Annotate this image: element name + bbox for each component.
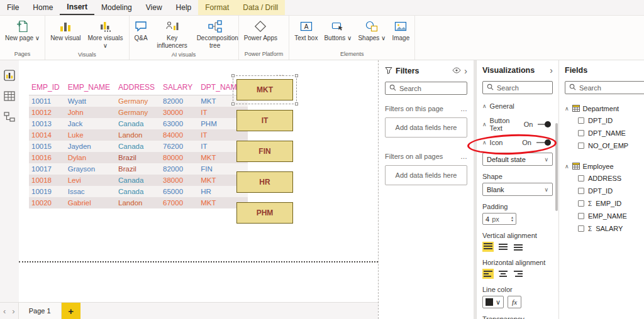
model-view-icon[interactable] — [3, 111, 16, 123]
ribbon-button-power-apps[interactable]: Power Apps — [242, 18, 279, 43]
filters-search[interactable] — [385, 82, 467, 95]
visualizations-search[interactable] — [482, 81, 553, 94]
field-checkbox[interactable] — [578, 130, 584, 136]
data-view-icon[interactable] — [3, 90, 16, 102]
collapse-visualizations-icon[interactable]: › — [550, 65, 553, 75]
menu-tab-help[interactable]: Help — [169, 0, 199, 15]
align-left-button[interactable] — [482, 269, 494, 279]
menu-tab-home[interactable]: Home — [26, 0, 60, 15]
general-section-row[interactable]: ∧ General — [482, 102, 553, 110]
canvas-button-fin[interactable]: FIN — [236, 141, 293, 162]
prev-page-icon[interactable]: ‹ — [0, 303, 9, 319]
menu-tab-file[interactable]: File — [0, 0, 26, 15]
ribbon-button-shapes[interactable]: Shapes ∨ — [356, 18, 387, 43]
selection-handle[interactable] — [231, 74, 235, 77]
conditional-formatting-button[interactable]: fx — [508, 296, 521, 308]
shape-dropdown[interactable]: Blank ∨ — [482, 183, 553, 196]
ribbon-button-key-influencers[interactable]: Key influencers — [152, 18, 192, 50]
report-canvas[interactable]: EMP_IDEMP_NAMEADDRESSSALARYDPT_NAME10011… — [19, 60, 378, 302]
menu-tab-insert[interactable]: Insert — [60, 0, 94, 15]
field-checkbox[interactable] — [578, 175, 584, 181]
collapse-filters-icon[interactable]: › — [464, 66, 467, 76]
fields-search[interactable] — [565, 81, 644, 94]
align-bottom-button[interactable] — [513, 242, 524, 252]
padding-stepper[interactable]: 4 px ▴▾ — [482, 213, 516, 225]
add-page-button[interactable]: + — [62, 303, 80, 319]
menu-tab-format[interactable]: Format — [198, 0, 236, 15]
field-checkbox[interactable] — [578, 188, 584, 194]
canvas-button-it[interactable]: IT — [236, 110, 293, 131]
more-options-icon[interactable]: … — [460, 153, 467, 160]
visualizations-search-input[interactable] — [497, 84, 548, 92]
field-item-salary[interactable]: ΣSALARY — [565, 222, 644, 235]
field-table-department[interactable]: ∧Department — [565, 103, 644, 114]
field-item-emp-name[interactable]: EMP_NAME — [565, 210, 644, 222]
table-cell: John — [65, 107, 116, 118]
ribbon-group-power-platform: Power AppsPower Platform — [239, 16, 290, 60]
canvas-button-mkt[interactable]: MKT — [236, 79, 293, 100]
field-item-dpt-id[interactable]: DPT_ID — [565, 114, 644, 127]
align-right-button[interactable] — [513, 269, 524, 279]
ribbon-button-image[interactable]: Image — [390, 18, 411, 43]
menu-tab-data-drill[interactable]: Data / Drill — [236, 0, 285, 15]
state-dropdown[interactable]: Default state ∨ — [482, 153, 553, 166]
field-item-address[interactable]: ADDRESS — [565, 172, 644, 185]
field-table-employee[interactable]: ∧Employee — [565, 161, 644, 172]
eye-icon[interactable] — [452, 67, 461, 75]
table-cell: 65000 — [160, 186, 198, 197]
next-page-icon[interactable]: › — [9, 303, 18, 319]
field-checkbox[interactable] — [578, 200, 584, 207]
ribbon-button-text-box[interactable]: AText box — [292, 18, 319, 43]
field-checkbox[interactable] — [578, 213, 584, 219]
ribbon-button-buttons[interactable]: Buttons ∨ — [322, 18, 353, 43]
field-item-no-of-emp[interactable]: NO_Of_EMP — [565, 139, 644, 152]
menu-tab-view[interactable]: View — [139, 0, 169, 15]
selection-handle[interactable] — [231, 102, 235, 105]
fields-search-input[interactable] — [579, 84, 644, 92]
align-center-button[interactable] — [497, 269, 509, 279]
button-text-toggle[interactable] — [538, 124, 550, 125]
icon-state: On — [522, 139, 531, 146]
filters-search-input[interactable] — [399, 85, 463, 92]
add-fields-dropzone[interactable]: Add data fields here — [385, 165, 467, 185]
add-fields-dropzone[interactable]: Add data fields here — [385, 117, 467, 138]
table-cell: Landon — [116, 129, 160, 141]
align-top-button[interactable] — [482, 242, 494, 252]
field-checkbox[interactable] — [578, 143, 584, 149]
ribbon-group-label: Power Platform — [242, 50, 286, 60]
table-visual[interactable]: EMP_IDEMP_NAMEADDRESSSALARYDPT_NAME10011… — [29, 82, 248, 208]
field-item-dpt-id[interactable]: DPT_ID — [565, 185, 644, 197]
field-checkbox[interactable] — [578, 117, 584, 124]
ribbon-group-label: Elements — [292, 50, 411, 60]
chevron-up-icon[interactable]: ∧ — [482, 139, 487, 146]
ribbon-group-label: Pages — [3, 50, 42, 60]
more-options-icon[interactable]: … — [275, 68, 285, 78]
align-middle-button[interactable] — [497, 242, 509, 252]
ribbon-button-new-page[interactable]: New page ∨ — [3, 18, 42, 43]
canvas-button-hr[interactable]: HR — [236, 171, 293, 193]
ribbon-button-q-a[interactable]: Q&A — [133, 18, 150, 43]
chevron-up-icon[interactable]: ∧ — [565, 105, 569, 112]
ribbon-button-decomposition-tree[interactable]: Decomposition tree — [195, 18, 235, 50]
ribbon-button-more-visuals[interactable]: More visuals ∨ — [86, 18, 126, 50]
ribbon-button-new-visual[interactable]: New visual — [48, 18, 82, 43]
chevron-up-icon[interactable]: ∧ — [565, 163, 569, 170]
field-item-dpt-name[interactable]: DPT_NAME — [565, 127, 644, 139]
page-tab[interactable]: Page 1 — [18, 303, 62, 319]
table-cell: Levi — [65, 175, 116, 186]
field-item-emp-id[interactable]: ΣEMP_ID — [565, 197, 644, 210]
selection-handle[interactable] — [295, 74, 298, 77]
table-cell: 82000 — [160, 95, 198, 107]
field-checkbox[interactable] — [578, 225, 584, 232]
report-view-icon[interactable] — [3, 69, 16, 82]
more-options-icon[interactable]: … — [460, 105, 467, 112]
selection-handle[interactable] — [295, 102, 298, 105]
canvas-button-phm[interactable]: PHM — [236, 202, 293, 224]
icon-toggle[interactable] — [536, 142, 550, 143]
chevron-up-icon[interactable]: ∧ — [482, 121, 487, 127]
visualizations-scrollbar[interactable] — [555, 123, 558, 211]
line-color-picker[interactable]: ∨ — [482, 296, 504, 308]
stepper-arrows-icon[interactable]: ▴▾ — [511, 216, 513, 222]
buttons-icon — [331, 19, 344, 33]
menu-tab-modeling[interactable]: Modeling — [94, 0, 139, 15]
